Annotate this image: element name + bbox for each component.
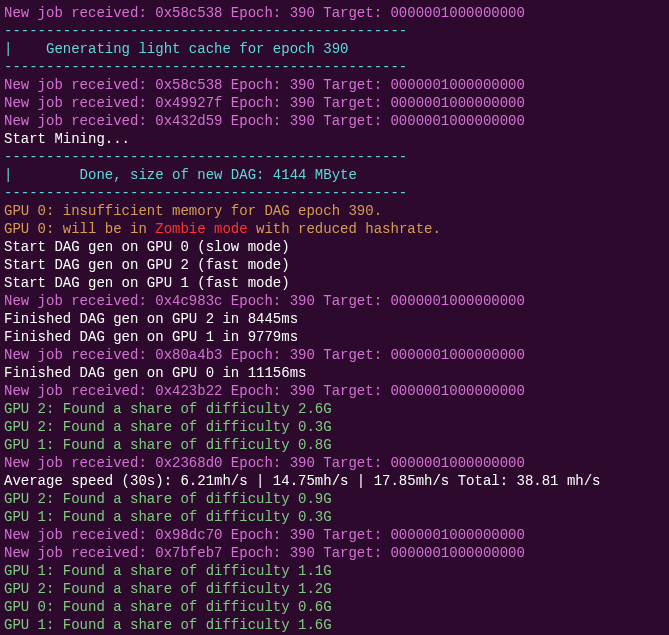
log-text: GPU 2: Found a share of difficulty 2.6G <box>4 401 332 417</box>
log-line: ----------------------------------------… <box>4 22 665 40</box>
log-text: New job received: 0x432d59 Epoch: 390 Ta… <box>4 113 525 129</box>
log-line: GPU 2: Found a share of difficulty 0.9G <box>4 490 665 508</box>
log-text: New job received: 0x58c538 Epoch: 390 Ta… <box>4 77 525 93</box>
log-text: GPU 0: Found a share of difficulty 0.6G <box>4 599 332 615</box>
log-text: with reduced hashrate. <box>248 221 441 237</box>
log-line: ----------------------------------------… <box>4 184 665 202</box>
log-line: ----------------------------------------… <box>4 148 665 166</box>
log-text: GPU 0: will be in <box>4 221 155 237</box>
log-text: Start DAG gen on GPU 1 (fast mode) <box>4 275 290 291</box>
log-text: | Generating light cache for epoch 390 <box>4 41 348 57</box>
log-line: GPU 1: Found a share of difficulty 1.1G <box>4 562 665 580</box>
log-text: New job received: 0x7bfeb7 Epoch: 390 Ta… <box>4 545 525 561</box>
log-text: New job received: 0x49927f Epoch: 390 Ta… <box>4 95 525 111</box>
log-line: GPU 2: Found a share of difficulty 1.2G <box>4 580 665 598</box>
log-text: ----------------------------------------… <box>4 185 407 201</box>
log-text: Finished DAG gen on GPU 1 in 9779ms <box>4 329 298 345</box>
log-text: | Done, size of new DAG: 4144 MByte <box>4 167 357 183</box>
log-line: Average speed (30s): 6.21mh/s | 14.75mh/… <box>4 472 665 490</box>
log-text: Start DAG gen on GPU 0 (slow mode) <box>4 239 290 255</box>
log-line: Finished DAG gen on GPU 2 in 8445ms <box>4 310 665 328</box>
log-line: New job received: 0x98dc70 Epoch: 390 Ta… <box>4 526 665 544</box>
log-text: Finished DAG gen on GPU 2 in 8445ms <box>4 311 298 327</box>
log-line: New job received: 0x2368d0 Epoch: 390 Ta… <box>4 454 665 472</box>
log-line: New job received: 0x432d59 Epoch: 390 Ta… <box>4 112 665 130</box>
log-line: New job received: 0x58c538 Epoch: 390 Ta… <box>4 4 665 22</box>
log-line: GPU 0: insufficient memory for DAG epoch… <box>4 202 665 220</box>
log-line: New job received: 0x4c983c Epoch: 390 Ta… <box>4 292 665 310</box>
log-text: GPU 1: Found a share of difficulty 1.6G <box>4 617 332 633</box>
log-line: GPU 0: will be in Zombie mode with reduc… <box>4 220 665 238</box>
terminal-output: New job received: 0x58c538 Epoch: 390 Ta… <box>4 4 665 634</box>
log-text: Zombie mode <box>155 221 247 237</box>
log-text: GPU 1: Found a share of difficulty 0.8G <box>4 437 332 453</box>
log-line: GPU 1: Found a share of difficulty 0.8G <box>4 436 665 454</box>
log-text: ----------------------------------------… <box>4 23 407 39</box>
log-text: ----------------------------------------… <box>4 59 407 75</box>
log-line: | Done, size of new DAG: 4144 MByte <box>4 166 665 184</box>
log-line: Start Mining... <box>4 130 665 148</box>
log-text: GPU 2: Found a share of difficulty 1.2G <box>4 581 332 597</box>
log-text: Start DAG gen on GPU 2 (fast mode) <box>4 257 290 273</box>
log-line: ----------------------------------------… <box>4 58 665 76</box>
log-line: GPU 1: Found a share of difficulty 1.6G <box>4 616 665 634</box>
log-line: GPU 2: Found a share of difficulty 0.3G <box>4 418 665 436</box>
log-line: GPU 1: Found a share of difficulty 0.3G <box>4 508 665 526</box>
log-text: Finished DAG gen on GPU 0 in 11156ms <box>4 365 306 381</box>
log-line: Start DAG gen on GPU 2 (fast mode) <box>4 256 665 274</box>
log-text: Start Mining... <box>4 131 130 147</box>
log-text: GPU 2: Found a share of difficulty 0.9G <box>4 491 332 507</box>
log-text: Average speed (30s): 6.21mh/s | 14.75mh/… <box>4 473 601 489</box>
log-line: Finished DAG gen on GPU 1 in 9779ms <box>4 328 665 346</box>
log-line: New job received: 0x7bfeb7 Epoch: 390 Ta… <box>4 544 665 562</box>
log-line: New job received: 0x423b22 Epoch: 390 Ta… <box>4 382 665 400</box>
log-line: New job received: 0x58c538 Epoch: 390 Ta… <box>4 76 665 94</box>
log-line: New job received: 0x49927f Epoch: 390 Ta… <box>4 94 665 112</box>
log-text: New job received: 0x80a4b3 Epoch: 390 Ta… <box>4 347 525 363</box>
log-text: New job received: 0x58c538 Epoch: 390 Ta… <box>4 5 525 21</box>
log-text: GPU 2: Found a share of difficulty 0.3G <box>4 419 332 435</box>
log-text: New job received: 0x2368d0 Epoch: 390 Ta… <box>4 455 525 471</box>
log-line: | Generating light cache for epoch 390 <box>4 40 665 58</box>
log-text: GPU 0: insufficient memory for DAG epoch… <box>4 203 382 219</box>
log-text: ----------------------------------------… <box>4 149 407 165</box>
log-line: Start DAG gen on GPU 1 (fast mode) <box>4 274 665 292</box>
log-text: New job received: 0x423b22 Epoch: 390 Ta… <box>4 383 525 399</box>
log-text: GPU 1: Found a share of difficulty 0.3G <box>4 509 332 525</box>
log-line: New job received: 0x80a4b3 Epoch: 390 Ta… <box>4 346 665 364</box>
log-line: Finished DAG gen on GPU 0 in 11156ms <box>4 364 665 382</box>
log-text: GPU 1: Found a share of difficulty 1.1G <box>4 563 332 579</box>
log-line: GPU 0: Found a share of difficulty 0.6G <box>4 598 665 616</box>
log-line: GPU 2: Found a share of difficulty 2.6G <box>4 400 665 418</box>
log-line: Start DAG gen on GPU 0 (slow mode) <box>4 238 665 256</box>
log-text: New job received: 0x4c983c Epoch: 390 Ta… <box>4 293 525 309</box>
log-text: New job received: 0x98dc70 Epoch: 390 Ta… <box>4 527 525 543</box>
